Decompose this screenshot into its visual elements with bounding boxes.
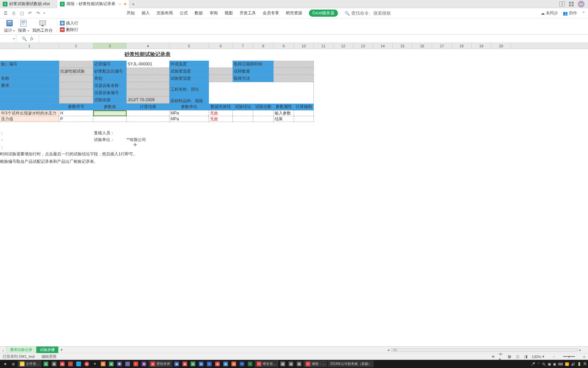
cell[interactable]: JGJ/T 70-2009 [127,96,169,104]
col-header[interactable]: 参数单位 [169,104,209,110]
col-header[interactable]: 数据有效性 [209,104,233,110]
tab-layout[interactable]: 页面布局 [157,10,173,16]
workspace-button[interactable]: 我的工作台 [31,19,54,33]
cell[interactable] [253,110,274,116]
taskbar-app[interactable]: ▣ [181,361,189,367]
cell[interactable] [274,68,314,75]
cell[interactable] [0,89,59,96]
print-icon[interactable]: ⎙ [11,11,16,16]
cell[interactable] [59,61,93,68]
cell[interactable] [0,68,59,75]
col-header-7[interactable]: 7 [233,43,253,49]
sheet-area[interactable]: 砂浆性能试验记录表 验）编号 记录编号 SYJL-000001 环境温度 取样日… [0,49,588,267]
cell[interactable]: 试验室湿度 [169,75,209,82]
cell[interactable] [59,75,93,82]
ime-indicator[interactable]: 英 [583,362,587,366]
sync-button[interactable]: ☁ 未同步 [541,10,558,16]
preview-icon[interactable]: ▢ [19,11,24,16]
tab-review[interactable]: 审阅 [210,10,218,16]
taskbar-app[interactable]: ▣ [230,361,238,367]
cell[interactable]: SYJL-000001 [127,61,169,68]
zoom-control[interactable]: 100% ▾ − ━━●━━ + [532,354,585,359]
design-button[interactable]: 设计 ▾ [3,19,16,33]
cell[interactable]: 仪器设备名称 [93,82,127,89]
col-header-9[interactable]: 9 [274,43,294,49]
cell[interactable]: 无效 [209,110,233,116]
taskbar-item-recorder[interactable]: ◉爱拍录屏 [148,361,172,367]
menu-icon[interactable]: ☰ [3,11,8,16]
cell[interactable] [127,82,169,89]
tray-icon[interactable]: ▣ [553,362,556,366]
tray-icon[interactable]: 📶 [565,362,569,366]
taskbar-app[interactable]: W [238,361,246,367]
col-header-11[interactable]: 11 [314,43,333,49]
tray-icon[interactable]: ▣ [548,362,551,366]
taskbar-app[interactable]: ▣ [50,361,58,367]
dropdown-icon[interactable]: ▾ [542,354,544,359]
tab-formula[interactable]: 公式 [180,10,188,16]
tray-icon[interactable]: 🔋 [577,362,581,366]
col-header-4[interactable]: 4 [127,43,169,49]
zoom-slider[interactable]: ━━●━━ [563,354,575,359]
zoom-in-icon[interactable]: + [583,355,585,359]
tab-resources[interactable]: 稻壳资源 [286,10,302,16]
dropdown-icon[interactable]: ▾ [13,37,15,40]
document-tab-1[interactable]: S 砂浆试验测试数据.xlsx · [0,0,57,8]
col-header-2[interactable]: 2 [59,43,93,49]
cell[interactable]: 中3个试件出现渗水时的水压力 [0,110,59,116]
col-header-15[interactable]: 15 [393,43,412,49]
taskbar-app[interactable]: ▣ [279,361,287,367]
col-header-3[interactable]: 3 [93,43,127,49]
page-view-icon[interactable]: ◫ [515,354,520,359]
tab-insert[interactable]: 插入 [142,10,150,16]
cell[interactable] [59,96,93,104]
cell[interactable] [127,89,169,96]
taskbar-app[interactable]: ▣ [287,361,295,367]
cell[interactable]: MPa [169,116,209,122]
cell[interactable] [294,110,314,116]
cell[interactable] [127,68,169,75]
col-header-17[interactable]: 17 [432,43,452,49]
selected-cell[interactable] [93,110,127,116]
collab-button[interactable]: 👥 协作 [563,10,577,16]
cell[interactable]: H [59,110,93,116]
taskbar-app[interactable]: ▣ [222,361,229,367]
cell[interactable] [59,89,93,96]
notification-badge[interactable]: 2 [559,1,565,6]
cell[interactable]: 工程名称、部位 [169,82,209,96]
command-search[interactable]: 🔍 [345,11,392,16]
cell[interactable]: 类别 [93,75,127,82]
col-header[interactable]: 试验结论 [233,104,253,110]
col-header-10[interactable]: 10 [294,43,314,49]
col-header-5[interactable]: 5 [169,43,209,49]
taskbar-app[interactable]: ▣ [214,361,221,367]
taskbar-app[interactable]: ✕ [91,361,99,367]
redo-icon[interactable]: ↷ [35,11,41,16]
cell[interactable] [209,75,233,82]
sheet-tab-2[interactable]: 试验步骤 [36,346,59,353]
zoom-icon[interactable]: 🔍 [22,36,27,41]
taskbar-app[interactable]: ● [132,361,140,367]
cell[interactable]: 要求 [0,82,59,89]
taskbar-app[interactable]: A [67,361,74,367]
tray-icon[interactable]: 🔌 [542,362,546,366]
scrollbar-thumb[interactable] [393,349,397,351]
taskbar-app[interactable]: ◉ [42,361,50,367]
cell[interactable]: 无效 [209,116,233,122]
grid-view-icon[interactable]: ▦ [507,354,512,359]
cell[interactable]: 名称 [0,75,59,82]
reading-view-icon[interactable]: ◨ [523,354,528,359]
cell[interactable] [274,61,314,68]
cell[interactable] [0,104,59,110]
col-header[interactable]: 参数符号 [59,104,93,110]
col-header-8[interactable]: 8 [253,43,274,49]
horizontal-scrollbar[interactable]: ◂ ▸ [65,348,588,352]
tray-icon[interactable]: 🎤 [531,362,535,366]
zoom-out-icon[interactable]: − [553,355,555,359]
col-header[interactable]: 参数值 [93,104,127,110]
cell[interactable] [253,116,274,122]
add-tab-button[interactable]: + [129,1,137,7]
cell[interactable] [209,68,233,75]
taskbar-app[interactable]: ▩ [197,361,205,367]
col-header-18[interactable]: 18 [452,43,472,49]
